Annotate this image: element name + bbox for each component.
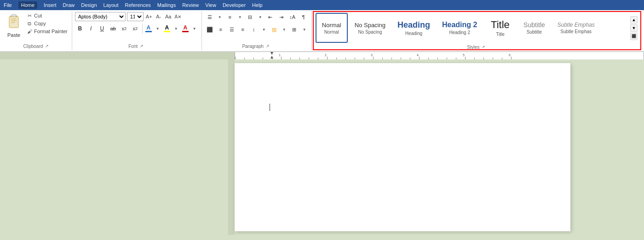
style-subtitle-item[interactable]: Subtitle Subtitle [518, 13, 550, 43]
paragraph-expand-icon[interactable]: ↗ [264, 43, 271, 49]
review-menu[interactable]: Review [182, 2, 199, 8]
font-color-button[interactable]: A [144, 24, 153, 33]
svg-rect-35 [465, 57, 466, 59]
vertical-ruler [228, 59, 235, 235]
developer-menu[interactable]: Developer [223, 2, 246, 8]
bold-button[interactable]: B [75, 23, 85, 34]
justify-button[interactable]: ≡ [238, 24, 248, 35]
highlight-color-button[interactable]: A [163, 24, 171, 33]
document-page[interactable] [235, 63, 570, 231]
svg-rect-20 [345, 58, 346, 59]
bullets-button[interactable]: ☰ [205, 12, 215, 22]
numbering-button[interactable]: ≡ [225, 12, 235, 22]
font-family-select[interactable]: Aptos (Body) [75, 12, 126, 21]
superscript-button[interactable]: x2 [130, 23, 140, 34]
style-title-item[interactable]: Title Title [484, 13, 516, 43]
style-heading1-item[interactable]: Heading Heading [392, 13, 435, 43]
design-menu[interactable]: Design [81, 2, 97, 8]
styles-scroll-down-button[interactable]: ▼ [630, 24, 638, 32]
style-heading2-display: Heading 2 [442, 21, 477, 29]
decrease-font-size-button[interactable]: A- [155, 12, 163, 21]
style-heading2-item[interactable]: Heading 2 Heading 2 [437, 13, 482, 43]
mailings-menu[interactable]: Mailings [157, 2, 176, 8]
ribbon: Paste ✂ Cut ⧉ Copy 🖌 Format Painter [0, 10, 644, 52]
format-painter-icon: 🖌 [26, 28, 33, 35]
font-expand-icon[interactable]: ↗ [138, 43, 145, 49]
align-right-button[interactable]: ☰ [227, 24, 237, 35]
font-color-dropdown[interactable]: ▼ [154, 24, 162, 33]
help-menu[interactable]: Help [252, 2, 263, 8]
svg-rect-40 [502, 58, 502, 59]
font-size-select[interactable]: 11 [127, 12, 144, 21]
left-margin [0, 59, 235, 235]
insert-menu[interactable]: Insert [44, 2, 57, 8]
font-top-row: Aptos (Body) 11 A+ A- Aa A✕ [75, 12, 182, 21]
subscript-button[interactable]: x2 [119, 23, 129, 34]
styles-scroll-up-button[interactable]: ▲ [630, 16, 638, 23]
svg-rect-19 [336, 58, 337, 59]
style-subtle-emphasis-item[interactable]: Subtle Emphas Subtle Emphas [552, 13, 599, 43]
svg-rect-32 [437, 58, 438, 59]
text-color-dropdown[interactable]: ▼ [190, 24, 199, 33]
svg-rect-37 [474, 58, 475, 59]
align-left-button[interactable]: ⬛ [205, 24, 215, 35]
multilevel-dropdown[interactable]: ▼ [256, 13, 264, 21]
highlight-color-dropdown[interactable]: ▼ [172, 24, 180, 33]
underline-button[interactable]: U [97, 23, 107, 34]
paste-button[interactable]: Paste [5, 12, 23, 39]
align-center-button[interactable]: ≡ [216, 24, 226, 35]
svg-rect-5 [12, 14, 16, 17]
shading-button[interactable]: ▨ [269, 24, 279, 35]
strikethrough-button[interactable]: ab [108, 23, 118, 34]
multilevel-button[interactable]: ⊟ [245, 12, 255, 22]
text-color-bar [182, 31, 189, 32]
text-color-button[interactable]: A [181, 24, 190, 33]
line-spacing-button[interactable]: ↕ [249, 24, 259, 35]
styles-expand-button[interactable]: ⬛ [630, 33, 638, 40]
style-no-spacing-item[interactable]: No Spacing No Spacing [350, 13, 391, 43]
change-case-button[interactable]: Aa [164, 12, 172, 21]
increase-indent-button[interactable]: ⇥ [276, 12, 287, 22]
svg-rect-15 [309, 58, 309, 59]
view-menu[interactable]: View [205, 2, 216, 8]
sort-button[interactable]: ↕A [288, 12, 298, 22]
svg-rect-17 [327, 57, 328, 59]
font-separator [142, 23, 143, 34]
copy-button[interactable]: ⧉ Copy [25, 20, 69, 27]
clipboard-expand-icon[interactable]: ↗ [44, 43, 50, 49]
svg-rect-4 [11, 22, 15, 23]
italic-button[interactable]: I [86, 23, 96, 34]
svg-rect-28 [410, 58, 410, 59]
text-cursor [270, 104, 270, 111]
svg-rect-26 [391, 58, 392, 59]
style-normal-item[interactable]: Normal Normal [316, 13, 348, 43]
style-heading1-display: Heading [397, 20, 430, 30]
svg-rect-45 [228, 59, 235, 235]
decrease-indent-button[interactable]: ⇤ [265, 12, 276, 22]
layout-menu[interactable]: Layout [104, 2, 119, 8]
svg-rect-9 [263, 58, 263, 59]
increase-font-size-button[interactable]: A+ [145, 12, 153, 21]
shading-dropdown[interactable]: ▼ [280, 25, 288, 34]
svg-rect-2 [11, 18, 17, 19]
cut-button[interactable]: ✂ Cut [25, 12, 69, 19]
right-margin [570, 59, 644, 235]
paragraph-bottom-row: ⬛ ≡ ☰ ≡ ↕ ▼ ▨ ▼ ⊞ ▼ [205, 24, 309, 35]
home-menu[interactable]: Home [18, 1, 37, 9]
draw-menu[interactable]: Draw [63, 2, 75, 8]
svg-text:4: 4 [417, 53, 419, 57]
highlight-icon: A [165, 25, 169, 30]
bullets-dropdown[interactable]: ▼ [216, 13, 224, 21]
line-spacing-dropdown[interactable]: ▼ [260, 25, 268, 34]
clear-formatting-button[interactable]: A✕ [174, 12, 182, 21]
font-bottom-row: B I U ab x2 x2 A ▼ A [75, 23, 199, 34]
borders-button[interactable]: ⊞ [289, 24, 299, 35]
styles-expand-icon[interactable]: ↗ [480, 44, 487, 50]
references-menu[interactable]: References [125, 2, 151, 8]
file-menu[interactable]: File [4, 2, 12, 8]
borders-dropdown[interactable]: ▼ [300, 25, 309, 34]
numbering-dropdown[interactable]: ▼ [236, 13, 244, 21]
svg-rect-33 [447, 58, 447, 59]
show-hide-button[interactable]: ¶ [299, 12, 309, 22]
format-painter-button[interactable]: 🖌 Format Painter [25, 28, 69, 35]
